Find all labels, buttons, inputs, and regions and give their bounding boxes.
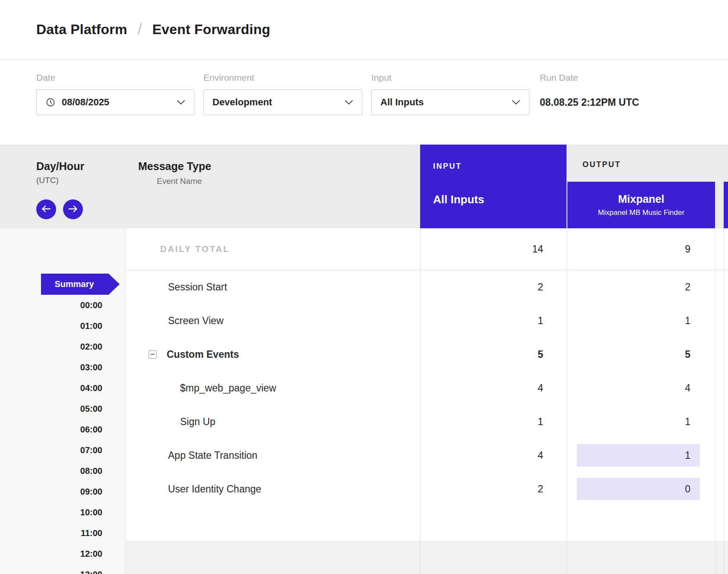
hour-label[interactable]: 06:00 <box>80 424 102 435</box>
run-date-label: Run Date <box>540 73 639 83</box>
date-dropdown[interactable]: 08/08/2025 <box>36 89 194 115</box>
column-divider <box>715 228 715 574</box>
hour-label[interactable]: 05:00 <box>80 404 102 414</box>
input-count: 4 <box>420 450 567 461</box>
input-count: 2 <box>420 483 567 495</box>
page-title: Event Forwarding <box>152 22 270 38</box>
event-name: Custom Events <box>167 349 239 360</box>
forwarding-grid: Day/Hour (UTC) Message Type Event Name <box>0 145 728 574</box>
hour-label[interactable]: 10:00 <box>80 507 102 517</box>
hour-label[interactable]: 12:00 <box>80 549 102 559</box>
event-name-cell: Custom Events <box>125 349 420 360</box>
hour-label[interactable]: 04:00 <box>80 383 102 393</box>
hour-label[interactable]: 07:00 <box>80 445 102 455</box>
event-name: $mp_web_page_view <box>180 382 276 394</box>
hour-label[interactable]: 08:00 <box>80 466 102 476</box>
input-dropdown[interactable]: All Inputs <box>371 89 529 115</box>
hour-label[interactable]: 00:00 <box>80 300 102 310</box>
hour-label[interactable]: 11:00 <box>81 528 102 538</box>
arrow-left-icon <box>41 205 51 214</box>
output-count-cell: 1 <box>567 304 715 337</box>
column-divider <box>724 228 724 574</box>
output-count-cell: 5 <box>567 337 715 371</box>
grid-footer-area <box>125 541 728 574</box>
message-type-header: Message Type Event Name <box>138 160 211 186</box>
output-name: Mixpanel <box>618 193 665 205</box>
input-column-name: All Inputs <box>433 193 484 206</box>
summary-selector[interactable]: Summary <box>41 274 120 295</box>
output-count-cell: 2 <box>567 270 715 304</box>
event-name-cell: Screen View <box>125 315 420 327</box>
environment-dropdown[interactable]: Development <box>203 89 362 115</box>
output-count: 1 <box>577 444 700 467</box>
hour-column: Summary 00:0001:0002:0003:0004:0005:0006… <box>0 228 125 574</box>
output-count: 5 <box>577 343 700 366</box>
environment-filter-label: Environment <box>203 73 362 83</box>
daily-total-output: 9 <box>567 243 715 255</box>
event-name: Session Start <box>168 281 227 293</box>
chevron-down-icon <box>345 100 353 105</box>
output-count-cell: 4 <box>567 371 715 405</box>
input-count: 2 <box>420 281 567 293</box>
day-hour-subtitle: (UTC) <box>36 176 84 185</box>
hour-label[interactable]: 09:00 <box>80 486 102 497</box>
environment-value: Development <box>212 97 272 108</box>
event-forwarding-page: Data Platform / Event Forwarding Date 08… <box>0 0 728 574</box>
input-filter-label: Input <box>371 73 529 83</box>
hour-label[interactable]: 03:00 <box>80 362 102 372</box>
breadcrumb-separator: / <box>138 20 142 38</box>
hour-label[interactable]: 01:00 <box>80 321 102 331</box>
chevron-down-icon <box>512 100 520 105</box>
table-row: $mp_web_page_view 4 4 <box>125 371 728 405</box>
previous-day-button[interactable] <box>36 199 56 219</box>
filter-bar: Date 08/08/2025 Environment Development <box>0 60 728 145</box>
hour-label[interactable]: 13:00 <box>80 569 102 574</box>
clock-icon <box>45 97 56 107</box>
day-hour-header: Day/Hour (UTC) <box>36 160 84 185</box>
date-value: 08/08/2025 <box>62 97 109 108</box>
run-date-group: Run Date 08.08.25 2:12PM UTC <box>540 73 639 145</box>
output-count: 2 <box>577 276 700 298</box>
input-filter: Input All Inputs <box>371 73 529 145</box>
input-count: 5 <box>420 349 567 360</box>
column-divider <box>420 228 421 574</box>
table-row: Custom Events 5 5 <box>125 337 728 371</box>
daily-total-row: DAILY TOTAL 14 9 <box>125 228 728 270</box>
output-count: 1 <box>577 309 700 332</box>
output-column-header[interactable]: Mixpanel Mixpanel MB Music Finder <box>567 182 715 228</box>
breadcrumb-section[interactable]: Data Platform <box>36 22 127 38</box>
event-name: Sign Up <box>180 416 215 428</box>
day-pager <box>36 199 83 219</box>
event-rows: Session Start 2 2 Screen View 1 1 Custom… <box>125 270 728 541</box>
event-name-cell: Session Start <box>125 281 420 293</box>
day-hour-title: Day/Hour <box>36 160 84 173</box>
output-subtitle: Mixpanel MB Music Finder <box>598 208 684 217</box>
input-count: 1 <box>420 416 567 428</box>
collapse-icon[interactable] <box>149 350 157 359</box>
next-day-button[interactable] <box>63 199 83 219</box>
message-type-title: Message Type <box>138 160 211 173</box>
event-name: Screen View <box>168 315 224 327</box>
output-column-kicker: OUTPUT <box>582 160 621 169</box>
input-column-kicker: INPUT <box>433 162 462 171</box>
run-date-value: 08.08.25 2:12PM UTC <box>540 89 639 115</box>
environment-filter: Environment Development <box>203 73 362 145</box>
event-name: App State Transition <box>168 450 257 461</box>
input-column-header[interactable]: INPUT All Inputs <box>420 145 567 228</box>
table-row: App State Transition 4 1 <box>125 438 728 472</box>
next-output-column-edge <box>724 182 728 228</box>
output-count-cell: 1 <box>567 438 715 472</box>
hour-label[interactable]: 02:00 <box>80 341 102 352</box>
input-count: 1 <box>420 315 567 327</box>
input-count: 4 <box>420 382 567 394</box>
event-name-cell: Sign Up <box>125 416 420 428</box>
table-row: Session Start 2 2 <box>125 270 728 304</box>
event-name-cell: App State Transition <box>125 450 420 461</box>
date-filter-label: Date <box>36 73 194 83</box>
output-count-cell: 0 <box>567 472 715 506</box>
event-name-cell: User Identity Change <box>125 483 420 495</box>
grid-header: Day/Hour (UTC) Message Type Event Name <box>0 145 728 228</box>
event-name: User Identity Change <box>168 483 261 495</box>
event-name-cell: $mp_web_page_view <box>125 382 420 394</box>
table-row: Sign Up 1 1 <box>125 405 728 438</box>
